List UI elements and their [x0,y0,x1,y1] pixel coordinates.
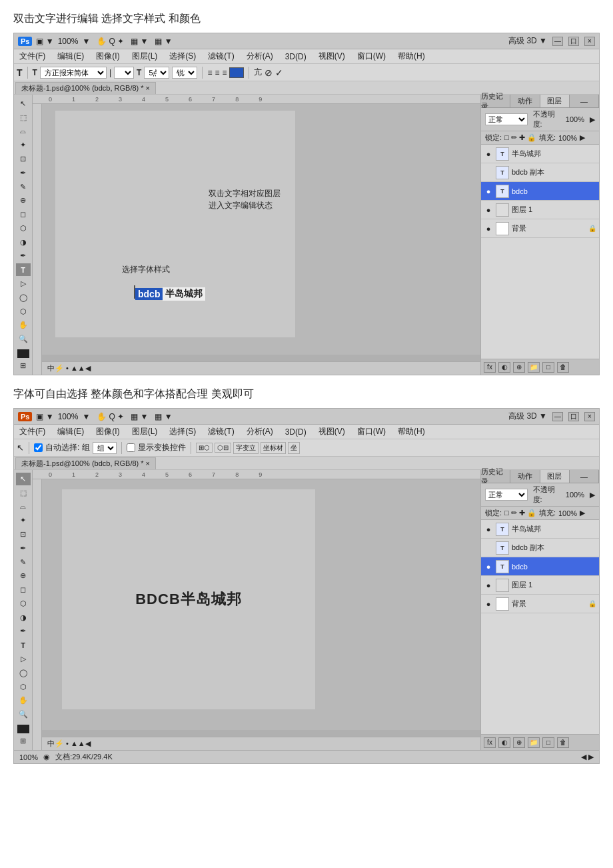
tool-magic-wand-2[interactable]: ✦ [16,514,31,527]
layer-item-4-2[interactable]: ● 背景 🔒 [481,595,599,613]
close-btn-1[interactable]: × [584,37,595,46]
tool-zoom[interactable]: 🔍 [16,333,31,345]
layer-eye-1-2[interactable] [484,543,493,553]
tool-pen-2[interactable]: ✒ [16,625,31,638]
tool-zoom-2[interactable]: 🔍 [16,708,31,721]
panel-tab-collapse-1[interactable]: — [570,95,599,107]
menu-file-1[interactable]: 文件(F) [17,49,48,63]
menu-view-1[interactable]: 视图(V) [316,49,348,63]
align-btn-2[interactable]: ⬡⊟ [215,443,231,453]
tool-path-2[interactable]: ▷ [16,653,31,665]
align-btn-1[interactable]: ⊞⬡ [196,443,213,453]
layer-eye-4-1[interactable]: ● [484,224,493,233]
adj-btn-1[interactable]: ⊕ [513,362,525,373]
tool-crop[interactable]: ⊡ [16,153,31,165]
layer-item-0-2[interactable]: ● T 半岛城邦 [481,520,599,539]
align-btn-5[interactable]: 坐 [288,442,300,454]
align-left-btn[interactable]: ≡ [207,68,212,77]
layer-eye-2-2[interactable]: ● [484,562,493,571]
font-family-select[interactable]: 方正报宋简体 [40,67,107,79]
layer-eye-0-2[interactable]: ● [484,525,493,534]
tool-nav[interactable]: ⊞ [16,359,31,372]
color-swatch-1[interactable] [229,67,244,78]
menu-view-2[interactable]: 视图(V) [316,425,348,439]
auto-select-checkbox-2[interactable] [34,443,43,452]
tool-paint-bucket[interactable]: ⬡ [16,222,31,235]
menu-file-2[interactable]: 文件(F) [17,425,48,439]
menu-3d-1[interactable]: 3D(D) [283,51,309,63]
auto-select-type-2[interactable]: 组 [93,442,117,454]
opacity-arrow-2[interactable]: ▶ [590,491,595,499]
panel-tab-history-2[interactable]: 历史记录 [481,470,510,483]
tab-2[interactable]: 未标题-1.psd@100% (bdcb, RGB/8) * × [15,457,156,469]
tool-eyedrop-2[interactable]: ✒ [16,542,31,555]
new-layer-btn-2[interactable]: □ [542,737,554,748]
layer-eye-3-1[interactable]: ● [484,205,493,215]
panel-tab-history-1[interactable]: 历史记录 [481,95,510,107]
tool-clone-2[interactable]: ⊕ [16,569,31,582]
menu-layer-2[interactable]: 图层(L) [129,425,161,439]
tool-eraser[interactable]: ◻ [16,208,31,221]
tab-1[interactable]: 未标题-1.psd@100% (bdcb, RGB/8) * × [15,82,156,94]
menu-window-1[interactable]: 窗口(W) [354,49,388,63]
tool-crop-2[interactable]: ⊡ [16,528,31,541]
blend-mode-select-2[interactable]: 正常 [485,489,528,501]
layer-item-2-2[interactable]: ● T bdcb [481,557,599,576]
show-controls-checkbox-2[interactable] [127,443,135,452]
align-right-btn[interactable]: ≡ [222,68,227,77]
layer-item-4-1[interactable]: ● 背景 🔒 [481,219,599,238]
restore-btn-1[interactable]: 口 [568,37,579,46]
align-center-btn[interactable]: ≡ [215,68,219,77]
minimize-btn-2[interactable]: — [552,412,563,421]
tool-lasso-2[interactable]: ⌓ [16,501,31,513]
tool-move[interactable]: ↖ [16,97,31,110]
tool-fg-color-2[interactable] [17,725,29,733]
layer-item-2-1[interactable]: ● T bdcb [481,182,599,201]
font-size-select[interactable]: 5点 [144,67,169,79]
blend-mode-select-1[interactable]: 正常 [485,113,528,125]
tool-pen[interactable]: ✒ [16,250,31,263]
commit-btn-1[interactable]: ✓ [275,67,283,78]
menu-select-2[interactable]: 选择(S) [167,425,199,439]
menu-analyze-1[interactable]: 分析(A) [244,49,276,63]
tool-dodge[interactable]: ◑ [16,236,31,249]
layer-eye-3-2[interactable]: ● [484,581,493,590]
restore-btn-2[interactable]: 口 [568,412,579,421]
mask-btn-2[interactable]: ◐ [498,737,510,748]
minimize-btn-1[interactable]: — [552,37,563,46]
menu-edit-1[interactable]: 编辑(E) [55,49,87,63]
layer-item-3-1[interactable]: ● 图层 1 [481,201,599,219]
tool-shape[interactable]: ◯ [16,291,31,304]
tool-clone[interactable]: ⊕ [16,194,31,207]
panel-tab-layers-2[interactable]: 图层 [540,470,570,483]
tool-fg-color[interactable] [17,349,29,358]
delete-layer-btn-2[interactable]: 🗑 [557,737,569,748]
menu-help-2[interactable]: 帮助(H) [395,425,428,439]
tool-paint-bucket-2[interactable]: ⬡ [16,597,31,610]
anti-alias-select[interactable]: 锐利 [172,67,197,79]
align-btn-4[interactable]: 坐标材 [261,442,286,454]
new-layer-btn-1[interactable]: □ [542,362,554,373]
tool-3d-2[interactable]: ⬡ [16,681,31,693]
menu-analyze-2[interactable]: 分析(A) [244,425,276,439]
layer-item-3-2[interactable]: ● 图层 1 [481,576,599,595]
delete-layer-btn-1[interactable]: 🗑 [557,362,569,373]
panel-tab-layers-1[interactable]: 图层 [540,95,570,107]
font-style-select[interactable] [114,67,134,79]
tool-move-2[interactable]: ↖ [16,473,31,485]
layer-eye-1-1[interactable] [484,168,493,177]
layer-item-1-2[interactable]: T bdcb 副本 [481,539,599,557]
mask-btn-1[interactable]: ◐ [498,362,510,373]
tool-text-2[interactable]: T [16,639,31,651]
menu-3d-2[interactable]: 3D(D) [283,426,309,438]
tool-3d[interactable]: ⬡ [16,305,31,318]
fill-arrow-2[interactable]: ▶ [580,509,585,517]
panel-tab-collapse-2[interactable]: — [570,470,599,483]
menu-help-1[interactable]: 帮助(H) [395,49,428,63]
fx-btn-1[interactable]: fx [484,362,496,373]
close-btn-2[interactable]: × [584,412,595,421]
menu-edit-2[interactable]: 编辑(E) [55,425,87,439]
layer-eye-2-1[interactable]: ● [484,187,493,196]
menu-filter-1[interactable]: 滤镜(T) [205,49,237,63]
tool-text[interactable]: T [16,263,31,276]
